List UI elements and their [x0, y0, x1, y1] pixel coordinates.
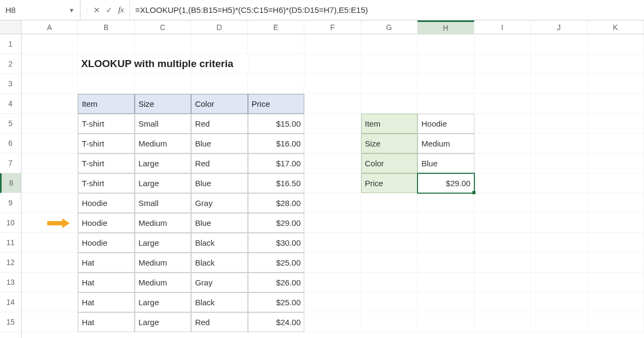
column-header-F[interactable]: F [304, 20, 361, 34]
table-cell[interactable]: Hoodie [78, 213, 134, 233]
row-header-10[interactable]: 10 [0, 213, 21, 233]
column-header-I[interactable]: I [474, 20, 531, 34]
row-header-9[interactable]: 9 [0, 193, 21, 213]
cell[interactable] [474, 94, 531, 114]
cell[interactable] [135, 34, 191, 54]
cell[interactable] [304, 312, 361, 332]
table-cell[interactable]: Large [135, 233, 191, 253]
table-cell[interactable]: Medium [135, 253, 191, 273]
table-cell[interactable]: $25.00 [248, 253, 304, 273]
cell[interactable] [248, 74, 304, 94]
table-cell[interactable]: Gray [191, 193, 247, 213]
cell[interactable] [531, 34, 587, 54]
table-cell[interactable]: Hat [78, 292, 134, 312]
row-header-4[interactable]: 4 [0, 94, 21, 114]
cell[interactable] [531, 134, 587, 153]
cell[interactable] [21, 233, 78, 253]
table-cell[interactable]: Blue [191, 173, 247, 193]
table-cell[interactable]: T-shirt [78, 153, 134, 173]
cell[interactable] [588, 173, 644, 193]
cell[interactable] [21, 114, 78, 134]
cell[interactable] [21, 153, 78, 173]
cell[interactable] [588, 213, 644, 233]
table-cell[interactable]: $30.00 [248, 233, 304, 253]
cell[interactable] [418, 193, 474, 213]
cell[interactable] [418, 74, 474, 94]
lookup-label[interactable]: Color [361, 153, 418, 173]
cell[interactable] [474, 312, 531, 332]
cell[interactable] [21, 34, 78, 54]
table-cell[interactable]: T-shirt [78, 134, 134, 153]
cell[interactable] [78, 74, 134, 94]
cell[interactable] [191, 34, 247, 54]
cell[interactable] [191, 74, 247, 94]
cell[interactable] [474, 74, 531, 94]
cell[interactable] [418, 273, 474, 292]
cell[interactable] [304, 213, 361, 233]
cell[interactable] [588, 292, 644, 312]
row-header-6[interactable]: 6 [0, 134, 21, 153]
cell[interactable] [474, 173, 531, 193]
cell[interactable] [305, 54, 362, 74]
column-header-C[interactable]: C [135, 20, 191, 34]
cell[interactable] [531, 153, 587, 173]
table-cell[interactable]: Medium [135, 134, 191, 153]
table-header[interactable]: Item [78, 94, 134, 114]
table-cell[interactable]: Hat [78, 273, 134, 292]
lookup-value[interactable]: Hoodie [418, 114, 474, 134]
table-cell[interactable]: Black [191, 292, 247, 312]
cell[interactable] [474, 34, 531, 54]
cell[interactable] [588, 34, 644, 54]
cell[interactable] [531, 173, 587, 193]
cell[interactable] [21, 292, 78, 312]
cell[interactable] [531, 54, 588, 74]
row-header-1[interactable]: 1 [0, 34, 21, 54]
lookup-value[interactable]: Medium [418, 134, 474, 153]
cell[interactable] [531, 312, 587, 332]
column-header-J[interactable]: J [531, 20, 587, 34]
table-cell[interactable]: Small [135, 193, 191, 213]
table-cell[interactable]: Large [135, 312, 191, 332]
cell[interactable] [474, 54, 531, 74]
cell[interactable] [362, 54, 418, 74]
row-header-7[interactable]: 7 [0, 153, 21, 173]
table-header[interactable]: Size [135, 94, 191, 114]
cell[interactable] [531, 94, 587, 114]
cell[interactable] [531, 213, 587, 233]
cell[interactable] [418, 253, 474, 273]
column-header-B[interactable]: B [78, 20, 134, 34]
confirm-icon[interactable]: ✓ [106, 5, 113, 15]
table-cell[interactable]: Gray [191, 273, 247, 292]
cell[interactable] [361, 273, 418, 292]
cell[interactable] [361, 34, 418, 54]
cell[interactable] [304, 253, 361, 273]
table-cell[interactable]: Large [135, 292, 191, 312]
cell[interactable] [418, 34, 474, 54]
row-header-8[interactable]: 8 [0, 173, 21, 193]
cell[interactable] [304, 34, 361, 54]
cell[interactable] [361, 74, 418, 94]
cell[interactable] [531, 193, 587, 213]
table-cell[interactable]: Hoodie [78, 193, 134, 213]
cell[interactable] [474, 292, 531, 312]
cell[interactable] [21, 94, 78, 114]
row-header-5[interactable]: 5 [0, 114, 21, 134]
cell[interactable] [361, 213, 418, 233]
table-cell[interactable]: $25.00 [248, 292, 304, 312]
cell[interactable] [588, 114, 644, 134]
cell[interactable] [531, 292, 587, 312]
cell[interactable] [531, 253, 587, 273]
cell[interactable] [588, 193, 644, 213]
cell[interactable] [304, 292, 361, 312]
column-header-G[interactable]: G [361, 20, 418, 34]
cell[interactable] [418, 213, 474, 233]
table-cell[interactable]: Red [191, 312, 247, 332]
cell[interactable] [418, 94, 474, 114]
cell[interactable] [474, 253, 531, 273]
table-header[interactable]: Price [248, 94, 304, 114]
cell[interactable] [304, 114, 361, 134]
cell[interactable] [474, 134, 531, 153]
cell[interactable] [588, 54, 644, 74]
table-cell[interactable]: T-shirt [78, 173, 134, 193]
cell[interactable] [304, 173, 361, 193]
